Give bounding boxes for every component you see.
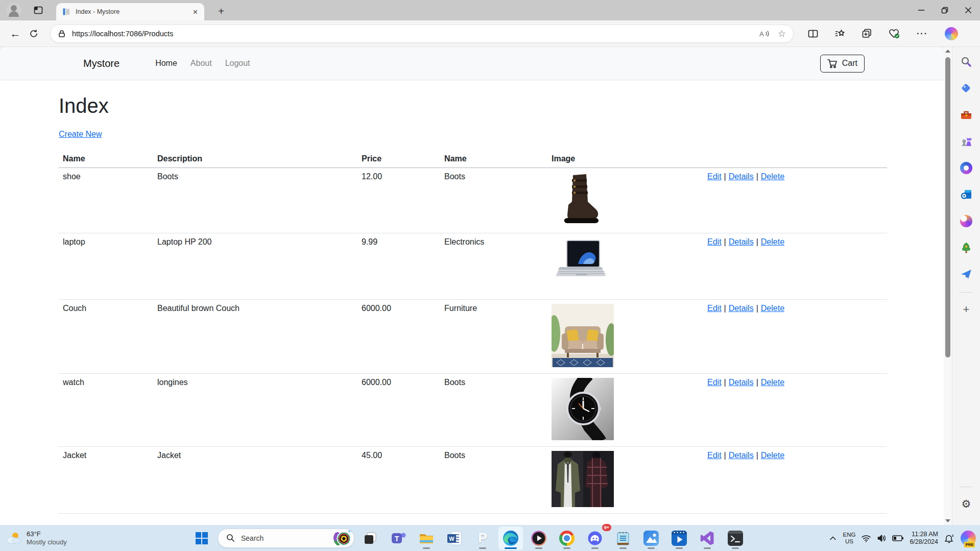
details-link[interactable]: Details xyxy=(729,378,754,387)
discord-icon xyxy=(587,531,603,546)
copilot-tray-button[interactable]: PRE xyxy=(961,531,976,546)
p-app-button[interactable]: P xyxy=(470,526,495,550)
chrome-button[interactable] xyxy=(555,526,579,550)
favorite-this-page-button[interactable]: ☆ xyxy=(778,28,786,39)
back-button[interactable]: ← xyxy=(6,25,25,43)
notifications-button[interactable]: z xyxy=(944,533,955,543)
action-separator: | xyxy=(756,451,758,460)
chevron-up-icon xyxy=(829,535,837,542)
visual-studio-button[interactable] xyxy=(695,526,720,550)
split-screen-button[interactable] xyxy=(808,29,818,38)
sidebar-microsoft-365-button[interactable] xyxy=(957,158,976,178)
battery-button[interactable] xyxy=(892,534,904,542)
nav-about-link[interactable]: About xyxy=(190,59,212,68)
sidebar-tools-button[interactable] xyxy=(957,105,976,125)
scroll-up-button[interactable] xyxy=(944,47,952,55)
teams-button[interactable]: T xyxy=(386,526,411,550)
delete-link[interactable]: Delete xyxy=(761,172,784,181)
cart-button[interactable]: Cart xyxy=(820,55,865,73)
tab-close-button[interactable]: ✕ xyxy=(193,9,198,15)
split-screen-icon xyxy=(808,29,818,38)
refresh-button[interactable] xyxy=(25,25,43,43)
word-button[interactable]: W xyxy=(442,526,467,550)
weather-widget[interactable]: 63°F Mostly cloudy xyxy=(5,525,67,551)
media-player-button[interactable] xyxy=(527,526,551,550)
edge-browser-window: Index - Mystore ✕ + ← https://localhost:… xyxy=(0,0,980,551)
volume-button[interactable] xyxy=(877,534,887,543)
drop-icon xyxy=(960,268,972,280)
edge-button[interactable] xyxy=(498,526,523,550)
sidebar-designer-button[interactable] xyxy=(957,211,976,231)
product-description-cell: Laptop HP 200 xyxy=(153,233,357,300)
details-link[interactable]: Details xyxy=(729,237,754,246)
action-separator: | xyxy=(756,378,758,387)
restore-button[interactable] xyxy=(933,0,957,20)
delete-link[interactable]: Delete xyxy=(761,304,784,313)
edit-link[interactable]: Edit xyxy=(707,378,722,387)
sidebar-tree-button[interactable] xyxy=(957,238,976,257)
favorites-button[interactable] xyxy=(835,29,845,38)
table-body: shoe Boots 12.00 Boots Edit|Details|Dele… xyxy=(59,168,887,514)
scrollbar-thumb[interactable] xyxy=(945,57,950,357)
settings-menu-button[interactable]: ··· xyxy=(917,29,928,38)
start-button[interactable] xyxy=(189,526,214,550)
task-view-button[interactable] xyxy=(358,526,383,550)
product-image xyxy=(552,378,614,442)
delete-link[interactable]: Delete xyxy=(761,451,784,460)
clock-widget[interactable]: 11:28 AM 6/28/2024 xyxy=(910,531,938,546)
address-bar[interactable]: https://localhost:7086/Products A ☆ xyxy=(50,25,794,43)
file-explorer-button[interactable] xyxy=(414,526,439,550)
search-highlight-doodle-icon xyxy=(333,530,351,547)
sidebar-add-button[interactable]: + xyxy=(957,300,976,319)
copilot-button[interactable] xyxy=(945,27,958,40)
collections-button[interactable] xyxy=(862,29,872,38)
sidebar-games-button[interactable] xyxy=(957,132,976,151)
product-image xyxy=(552,451,614,509)
page-scrollbar[interactable] xyxy=(944,47,952,525)
weather-text: 63°F Mostly cloudy xyxy=(27,530,67,546)
photos-button[interactable] xyxy=(639,526,663,550)
sidebar-settings-button[interactable]: ⚙ xyxy=(957,494,976,514)
browser-essentials-button[interactable] xyxy=(889,29,900,39)
language-indicator[interactable]: ENG US xyxy=(843,532,855,545)
scroll-down-button[interactable] xyxy=(944,517,952,525)
sidebar-shopping-button[interactable] xyxy=(957,79,976,98)
discord-button[interactable]: 9+ xyxy=(583,526,607,550)
sidebar-search-button[interactable] xyxy=(957,52,976,71)
delete-link[interactable]: Delete xyxy=(761,378,784,387)
new-tab-button[interactable]: + xyxy=(213,4,229,18)
edit-link[interactable]: Edit xyxy=(707,172,722,181)
action-separator: | xyxy=(756,237,758,246)
profile-avatar[interactable] xyxy=(6,3,21,18)
nav-home-link[interactable]: Home xyxy=(155,59,177,68)
active-tab[interactable]: Index - Mystore ✕ xyxy=(56,3,204,20)
edit-link[interactable]: Edit xyxy=(707,304,722,313)
edit-link[interactable]: Edit xyxy=(707,451,722,460)
tray-chevron-button[interactable] xyxy=(829,535,837,542)
edge-icon xyxy=(503,530,519,546)
read-aloud-button[interactable]: A xyxy=(759,30,770,38)
details-link[interactable]: Details xyxy=(729,172,754,181)
edit-link[interactable]: Edit xyxy=(707,237,722,246)
notepad-button[interactable] xyxy=(611,526,635,550)
copilot-preview-icon: PRE xyxy=(961,531,976,546)
wifi-button[interactable] xyxy=(861,534,871,543)
sidebar-outlook-button[interactable] xyxy=(957,185,976,204)
product-name-cell: Couch xyxy=(59,300,153,374)
url-text[interactable]: https://localhost:7086/Products xyxy=(72,30,751,38)
taskbar-search-icon xyxy=(226,534,235,542)
favicon xyxy=(62,8,70,16)
brand-link[interactable]: Mystore xyxy=(83,58,119,69)
taskbar-search[interactable]: Search xyxy=(218,529,354,548)
terminal-button[interactable] xyxy=(723,526,748,550)
close-window-button[interactable] xyxy=(957,0,980,20)
details-link[interactable]: Details xyxy=(729,451,754,460)
nav-logout-link[interactable]: Logout xyxy=(225,59,250,68)
delete-link[interactable]: Delete xyxy=(761,237,784,246)
movies-tv-button[interactable] xyxy=(667,526,691,550)
tab-actions-button[interactable] xyxy=(31,3,46,18)
details-link[interactable]: Details xyxy=(729,304,754,313)
create-new-link[interactable]: Create New xyxy=(59,130,102,138)
sidebar-drop-button[interactable] xyxy=(957,265,976,284)
minimize-button[interactable] xyxy=(910,0,933,20)
